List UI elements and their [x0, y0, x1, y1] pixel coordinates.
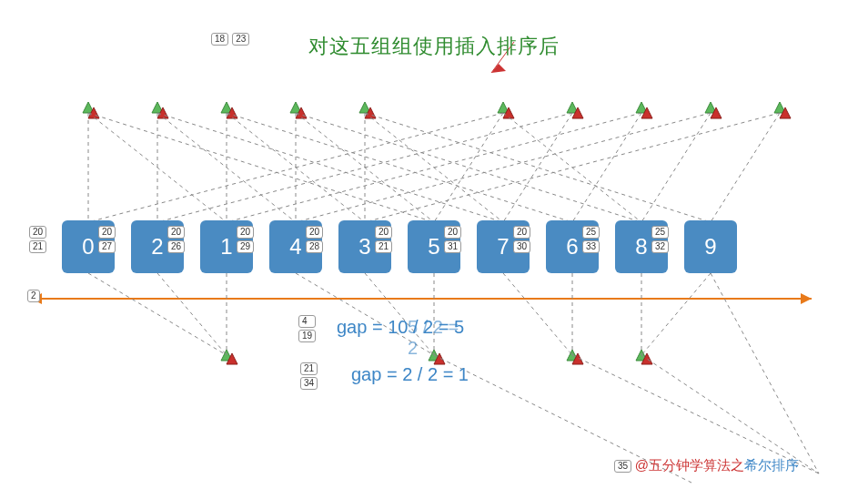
credit-mid: 之: [731, 457, 744, 473]
cell-6-bot: 31: [444, 240, 461, 253]
svg-marker-20: [711, 107, 722, 118]
cell-5-top: 20: [375, 226, 392, 239]
svg-marker-4: [88, 107, 99, 118]
svg-marker-10: [296, 107, 307, 118]
svg-marker-51: [221, 350, 232, 361]
credit-chip: 35: [614, 460, 631, 473]
svg-line-68: [641, 273, 711, 355]
gap1-chip-b: 19: [298, 330, 316, 342]
svg-line-46: [503, 113, 641, 222]
cell-8-top: 25: [582, 226, 600, 239]
svg-marker-3: [83, 102, 94, 113]
cell-5-bot: 21: [375, 240, 392, 253]
svg-line-44: [227, 113, 365, 222]
cell-2-value: 1: [220, 234, 232, 260]
svg-line-47: [157, 113, 296, 222]
svg-line-42: [365, 113, 780, 222]
svg-marker-9: [290, 102, 301, 113]
gap2-chip-b: 34: [300, 377, 318, 390]
svg-marker-21: [774, 102, 785, 113]
cell-9-bot: 32: [651, 240, 669, 253]
cell-1-value: 2: [151, 234, 163, 260]
svg-line-29: [503, 113, 572, 222]
cell-9-top: 25: [651, 226, 669, 239]
svg-line-69: [572, 355, 819, 474]
svg-line-41: [296, 113, 711, 222]
cell-7-top: 20: [513, 226, 530, 239]
svg-line-39: [157, 113, 572, 222]
gap2-chip-a: 21: [300, 362, 318, 375]
svg-line-71: [711, 273, 819, 474]
svg-marker-13: [498, 102, 509, 113]
svg-marker-52: [227, 353, 237, 364]
gap2-chips: 21 34: [300, 362, 318, 390]
title-chip-0: 18: [211, 33, 228, 46]
svg-marker-14: [503, 107, 514, 118]
svg-line-43: [88, 113, 227, 222]
svg-line-65: [503, 273, 572, 355]
svg-line-48: [296, 113, 434, 222]
cell-3-bot: 29: [237, 240, 254, 253]
gap1-chip-a: 4: [298, 315, 316, 328]
svg-line-59: [88, 273, 227, 355]
gap1-overlay: 5 / 2 = 2: [408, 317, 464, 359]
svg-line-36: [296, 113, 641, 222]
svg-marker-11: [359, 102, 370, 113]
cell-4-bot: 28: [306, 240, 323, 253]
cell-7-value: 6: [566, 234, 578, 260]
svg-marker-16: [572, 107, 583, 118]
svg-marker-57: [636, 350, 647, 361]
svg-marker-50: [491, 64, 506, 73]
cell-1-bot: 27: [98, 240, 116, 253]
cell-5-value: 5: [428, 234, 439, 260]
svg-marker-19: [705, 102, 716, 113]
cell-4-value: 3: [358, 234, 370, 260]
cell-9-value: 9: [704, 234, 716, 260]
svg-line-28: [434, 113, 503, 222]
svg-line-34: [157, 113, 503, 222]
cell-1-top: 20: [98, 226, 116, 239]
length-chip: 2: [27, 290, 40, 302]
svg-line-32: [711, 113, 780, 222]
gap1-chips: 4 19: [298, 315, 316, 342]
svg-line-45: [365, 113, 503, 222]
svg-line-30: [572, 113, 641, 222]
cell-8-value: 8: [635, 234, 647, 260]
cell-6-value: 7: [497, 234, 509, 260]
svg-marker-8: [227, 107, 237, 118]
svg-marker-5: [152, 102, 163, 113]
cell-3-value: 4: [289, 234, 301, 260]
title-chip-1: 23: [232, 33, 249, 46]
cell-7-bot: 30: [513, 240, 530, 253]
svg-marker-6: [157, 107, 168, 118]
svg-marker-12: [365, 107, 376, 118]
svg-marker-22: [780, 107, 791, 118]
svg-line-33: [88, 113, 434, 222]
array-boxes: 2021 0 2027 2 2026 1 2029 4 2028 3 2021 …: [62, 220, 737, 273]
cell-0-bot: 21: [29, 240, 46, 253]
svg-marker-1: [801, 293, 812, 304]
credit-red: @五分钟学算法: [635, 457, 731, 473]
svg-line-35: [227, 113, 572, 222]
cell-6-top: 20: [444, 226, 461, 239]
svg-line-60: [157, 273, 227, 355]
cell-4-top: 20: [306, 226, 323, 239]
svg-marker-58: [641, 353, 652, 364]
svg-line-38: [88, 113, 503, 222]
svg-marker-18: [641, 107, 652, 118]
svg-line-40: [227, 113, 641, 222]
svg-line-70: [641, 355, 819, 474]
svg-marker-56: [572, 353, 583, 364]
cell-2-top: 20: [167, 226, 185, 239]
svg-marker-7: [221, 102, 232, 113]
array-cell-9: 2532 9: [684, 220, 737, 273]
gap-formula-1: gap = 10 / 2 = 5 5 / 2 = 2: [337, 317, 464, 338]
cell-3-top: 20: [237, 226, 254, 239]
credit-blue: 希尔排序: [744, 457, 799, 473]
svg-marker-55: [567, 350, 578, 361]
cell-0-value: 0: [82, 234, 94, 260]
svg-line-31: [641, 113, 711, 222]
title-chips: 18 23: [211, 33, 249, 46]
credit-line: @五分钟学算法之希尔排序: [635, 457, 799, 474]
svg-marker-15: [567, 102, 578, 113]
